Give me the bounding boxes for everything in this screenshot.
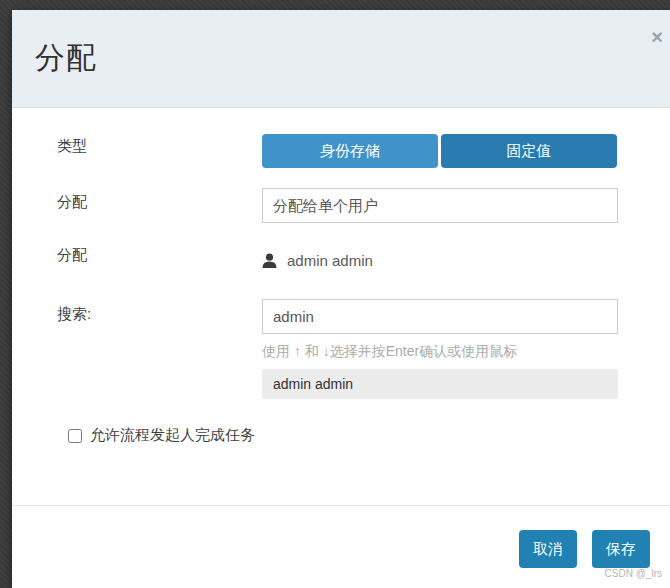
initiator-complete-checkbox[interactable] xyxy=(68,429,82,443)
dialog-header: 分配 × xyxy=(12,10,670,108)
search-hint: 使用 ↑ 和 ↓选择并按Enter确认或使用鼠标 xyxy=(262,343,618,361)
type-option-fixed-value[interactable]: 固定值 xyxy=(441,134,617,168)
assign-mode-label: 分配 xyxy=(57,193,87,212)
search-input[interactable] xyxy=(262,299,618,334)
search-result-item[interactable]: admin admin xyxy=(262,369,618,399)
type-label: 类型 xyxy=(57,137,87,156)
assign-mode-select[interactable]: 分配给单个用户 xyxy=(262,188,618,223)
type-toggle-group: 身份存储 固定值 xyxy=(262,134,618,168)
assignee-name: admin admin xyxy=(287,252,373,269)
assignee-chip: admin admin xyxy=(262,252,618,269)
assignee-label: 分配 xyxy=(57,246,87,265)
watermark: CSDN @_lrs xyxy=(605,568,662,579)
assignment-dialog: 分配 × 类型 身份存储 固定值 分配 分配给单个用户 分配 admin adm… xyxy=(12,10,670,588)
dialog-title: 分配 xyxy=(35,38,97,79)
cancel-button[interactable]: 取消 xyxy=(519,530,577,568)
save-button[interactable]: 保存 xyxy=(592,530,650,568)
person-icon xyxy=(262,253,277,269)
search-label: 搜索: xyxy=(57,305,91,324)
dialog-footer: 取消 保存 xyxy=(12,505,670,588)
type-option-identity-store[interactable]: 身份存储 xyxy=(262,134,438,168)
initiator-complete-label: 允许流程发起人完成任务 xyxy=(90,426,255,445)
footer-buttons: 取消 保存 xyxy=(519,530,650,568)
close-icon[interactable]: × xyxy=(644,24,670,50)
initiator-complete-row: 允许流程发起人完成任务 xyxy=(68,426,255,445)
